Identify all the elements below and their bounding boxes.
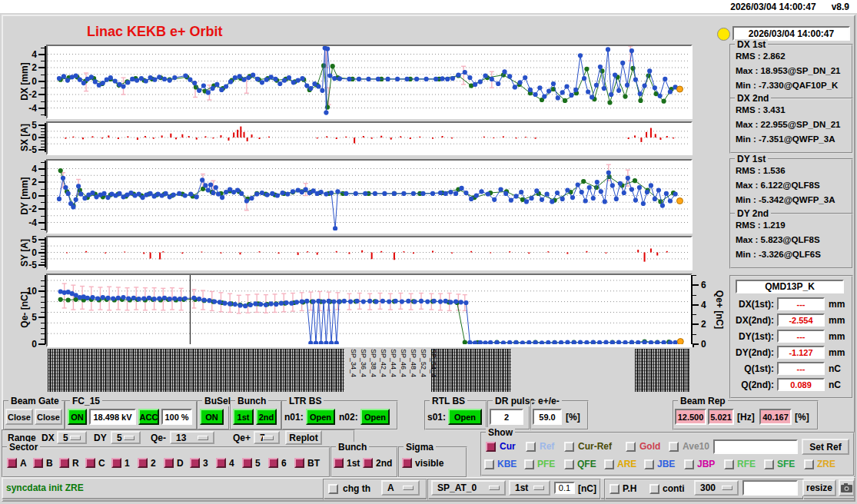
dx-chart[interactable] <box>48 46 689 116</box>
resize-button[interactable]: resize <box>802 479 836 496</box>
sigma-visible-checkbox[interactable] <box>402 458 412 468</box>
dy-y-label: DY [mm] <box>19 177 30 214</box>
stats-box-3: DY 2ndRMS : 1.219Max : 5.823@QLF8S Min :… <box>729 213 853 269</box>
chg-th-select[interactable]: A <box>381 480 420 496</box>
bunch-2nd-button[interactable]: 2nd <box>256 409 277 425</box>
sector-checkbox-1[interactable] <box>111 458 121 468</box>
stats-line: Min : -3.326@QLF6S <box>736 250 821 259</box>
show-checkbox-KBE[interactable] <box>484 459 494 469</box>
chg-th-label: chg th <box>343 483 370 494</box>
show-checkbox-Ave10[interactable] <box>669 442 679 452</box>
stats-line: Min : -7.330@QAF10P_K <box>736 81 838 90</box>
sector-checkbox-2[interactable] <box>138 458 148 468</box>
range-qeplus-select[interactable]: 7 <box>254 431 280 444</box>
show-checkbox-JBE[interactable] <box>644 459 654 469</box>
ltr-bs-n01-label: n01: <box>284 412 304 423</box>
qe-right-minor-tick <box>693 334 696 335</box>
sy-chart[interactable] <box>48 237 689 267</box>
bpm-name-label: SP_52_4 <box>420 349 427 393</box>
threshold-input[interactable]: 0.1 <box>554 482 575 494</box>
sector-checkbox-3[interactable] <box>190 458 200 468</box>
rtl-bs-s01-open-button[interactable]: Open <box>448 409 482 425</box>
ph-label: P.H <box>623 483 636 494</box>
ref-name-input[interactable] <box>713 439 798 454</box>
sx-chart[interactable] <box>48 123 689 152</box>
show-checkbox-RFE[interactable] <box>724 459 734 469</box>
monitor-row-value: --- <box>777 330 825 343</box>
ltr-bs-n02-open-button[interactable]: Open <box>360 409 390 425</box>
show-checkbox-ZRE[interactable] <box>804 459 814 469</box>
dy-tick <box>38 208 45 210</box>
show-checkbox-PFE[interactable] <box>524 459 534 469</box>
busel-on-button[interactable]: ON <box>200 409 224 425</box>
replot-button[interactable]: Replot <box>285 430 322 445</box>
sector-checkbox-BT[interactable] <box>294 458 304 468</box>
show-checkbox-QFE[interactable] <box>564 459 574 469</box>
bunch-select-checkbox-1st[interactable] <box>334 458 344 468</box>
sector-checkbox-6[interactable] <box>268 458 278 468</box>
dx-tick <box>38 81 45 82</box>
ph-checkbox[interactable] <box>610 484 619 494</box>
sx-tick <box>38 149 45 151</box>
monitor-row-label: DX(2nd): <box>731 315 774 326</box>
sector-label-B: B <box>46 458 53 469</box>
sy-tick <box>38 252 45 254</box>
show-checkbox-SFE[interactable] <box>764 459 774 469</box>
monitor-panel: QMD13P_KDX(1st):---mmDX(2nd):-2.554mmDY(… <box>729 275 853 399</box>
fc15-acc-button[interactable]: ACC <box>138 409 159 425</box>
range-dy-select[interactable]: 5 <box>111 431 141 444</box>
beam-rep-value-3: 40.167 <box>759 409 792 425</box>
show-checkbox-Gold[interactable] <box>626 442 636 452</box>
set-ref-button[interactable]: Set Ref <box>802 439 849 455</box>
qe-right-tick <box>693 284 699 286</box>
monitor-row-value: -1.127 <box>777 346 825 359</box>
range-dx-select[interactable]: 5 <box>57 431 87 444</box>
beam-rep-percent-unit: [%] <box>795 412 809 423</box>
sector-checkbox-5[interactable] <box>242 458 252 468</box>
sector-checkbox-B[interactable] <box>33 458 43 468</box>
fc15-percent-value: 100 % <box>161 409 192 425</box>
bunch-title: Bunch <box>235 396 268 406</box>
show-checkbox-Ref[interactable] <box>526 442 536 452</box>
fc15-on-button[interactable]: ON <box>68 409 87 425</box>
eplus-eminus-unit: [%] <box>566 412 580 423</box>
show-checkbox-ARE[interactable] <box>604 459 614 469</box>
show-label-Ref: Ref <box>540 441 554 452</box>
beam-rep-hz-unit: [Hz] <box>737 412 755 423</box>
sector-checkbox-4[interactable] <box>216 458 226 468</box>
bunch-1st-button[interactable]: 1st <box>233 409 254 425</box>
qe-chart[interactable] <box>48 275 689 344</box>
sigma-visible-label: visible <box>415 458 443 469</box>
sector-checkbox-C[interactable] <box>85 458 95 468</box>
sector-checkbox-R[interactable] <box>59 458 69 468</box>
dy-chart[interactable] <box>48 161 689 230</box>
bunch-select-checkbox-2nd[interactable] <box>363 458 373 468</box>
show-checkbox-Cur[interactable] <box>486 442 496 452</box>
range-qeminus-select[interactable]: 13 <box>170 431 214 444</box>
sector-checkbox-A[interactable] <box>7 458 17 468</box>
bunch-order-select[interactable]: 1st <box>509 480 550 496</box>
screenshot-button[interactable] <box>839 479 855 496</box>
sector-label-A: A <box>20 458 27 469</box>
ltr-bs-n01-open-button[interactable]: Open <box>306 409 335 425</box>
dy-minor-tick <box>41 216 45 217</box>
monitor-row-unit: nC <box>829 363 841 374</box>
status-message: syncdata init ZRE <box>6 482 84 493</box>
sp-at-select[interactable]: SP_AT_0 <box>431 480 506 496</box>
points-select[interactable]: 300 <box>694 480 739 496</box>
beam-gate-close-button-2[interactable]: Close <box>35 409 62 425</box>
show-checkbox-JBP[interactable] <box>684 459 694 469</box>
conti-checkbox[interactable] <box>649 484 659 494</box>
sector-label-R: R <box>72 458 79 469</box>
heartbeat-indicator-icon <box>717 28 730 41</box>
monitor-row-label: DY(1st): <box>731 331 774 342</box>
stats-line: Min : -5.342@QWFP_3A <box>736 195 835 204</box>
ltr-bs-n02-label: n02: <box>339 412 358 423</box>
show-checkbox-Cur-Ref[interactable] <box>564 442 574 452</box>
extra-input[interactable] <box>742 480 798 496</box>
chg-th-checkbox[interactable] <box>328 484 338 494</box>
sector-label-4: 4 <box>229 458 234 469</box>
sector-checkbox-D[interactable] <box>164 458 174 468</box>
monitor-row-unit: mm <box>829 299 845 310</box>
beam-gate-close-button-1[interactable]: Close <box>5 409 33 425</box>
